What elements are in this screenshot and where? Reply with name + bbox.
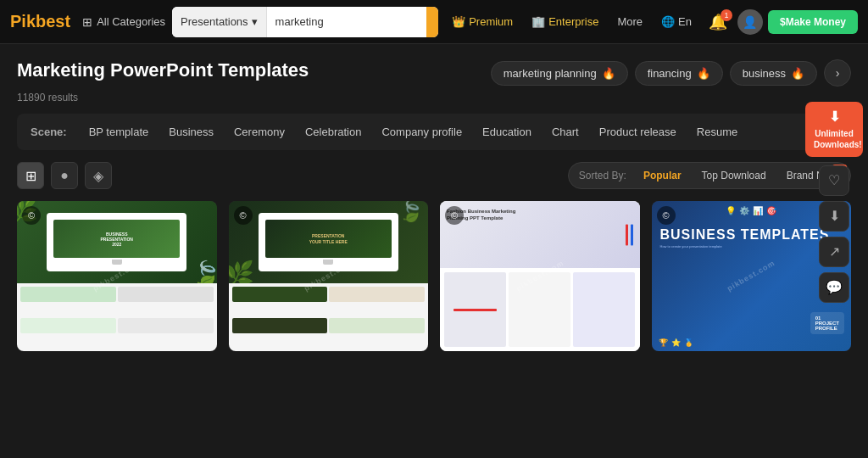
card-2-top: 🌿 🍃 PRESENTATIONYOUR TITLE HERE (229, 201, 429, 283)
scene-bar: Scene: BP template Business Ceremony Cel… (17, 114, 851, 150)
scene-item-ceremony[interactable]: Ceremony (224, 122, 295, 142)
card-2-title-text: PRESENTATIONYOUR TITLE HERE (309, 233, 348, 244)
make-money-button[interactable]: $Make Money (768, 10, 858, 34)
scene-label: Scene: (31, 126, 67, 138)
circle-icon: ● (60, 168, 69, 183)
skill-icon: 💡 (726, 206, 736, 215)
blue-bar (631, 224, 633, 245)
card-2[interactable]: 🌿 🍃 PRESENTATIONYOUR TITLE HERE (229, 201, 429, 351)
nav-items: 👑 Premium 🏢 Enterprise More 🌐 En 🔔 1 👤 $… (445, 9, 858, 35)
card-4-badge: 01PROJECTPROFILE (810, 312, 844, 334)
star-icon: ⭐ (671, 338, 681, 347)
scene-item-company-profile[interactable]: Company profile (371, 122, 472, 142)
slide-thumb (232, 318, 328, 333)
share-icon: ↗ (829, 243, 840, 260)
tag-label: business (743, 67, 786, 80)
scene-item-bp[interactable]: BP template (79, 122, 159, 142)
heart-icon: ♡ (828, 172, 840, 188)
notification-button[interactable]: 🔔 1 (704, 9, 732, 35)
slide-thumb (329, 318, 425, 333)
slide-thumb (118, 318, 214, 333)
page-title: Marketing PowerPoint Templates (17, 59, 309, 81)
card-1-stand (112, 260, 122, 265)
search-category-label: Presentations (181, 15, 248, 28)
unlimited-downloads-button[interactable]: ⬇ Unlimited Downloads! (805, 102, 863, 157)
chat-icon: 💬 (826, 279, 843, 295)
enterprise-icon: 🏢 (531, 15, 545, 28)
card-1-screen-text: BUSINESSPRESENTATION2022 (101, 232, 133, 247)
card-3-header: Fashion Business MarketingPlanning PPT T… (440, 201, 640, 268)
tag-chip-financing[interactable]: financing 🔥 (635, 61, 723, 86)
tag-chip-business[interactable]: business 🔥 (730, 61, 817, 86)
heart-action-button[interactable]: ♡ (819, 165, 849, 196)
cards-grid: 🌿 🍃 BUSINESSPRESENTATION2022 (17, 201, 851, 351)
main-content: Marketing PowerPoint Templates marketing… (0, 44, 868, 360)
enterprise-nav[interactable]: 🏢 Enterprise (525, 12, 605, 31)
scene-item-product-release[interactable]: Product release (589, 122, 687, 142)
logo-best: best (36, 12, 70, 31)
avatar-button[interactable]: 👤 (737, 9, 763, 35)
all-categories-btn[interactable]: ⊞ All Categories (82, 15, 165, 29)
premium-label: Premium (469, 15, 513, 28)
scene-item-celebration[interactable]: Celebration (295, 122, 372, 142)
leaf-icon-2: 🍃 (192, 260, 217, 283)
search-button[interactable]: 🔍 Search (426, 7, 439, 37)
copy-icon-2: © (234, 206, 253, 225)
lang-label: En (678, 15, 692, 28)
grid-view-button[interactable]: ⊞ (17, 162, 44, 189)
tropical-leaf-icon: 🌿 (229, 260, 254, 283)
circle-view-button[interactable]: ● (51, 162, 78, 189)
sort-popular[interactable]: Popular (635, 166, 690, 185)
sorted-by-label: Sorted By: (574, 170, 632, 182)
copy-icon-4: © (657, 206, 676, 225)
copy-icon-1: © (22, 206, 41, 225)
alt-view-button[interactable]: ◈ (85, 162, 112, 189)
slide-accent (453, 309, 497, 311)
download-action-button[interactable]: ⬇ (819, 201, 849, 232)
search-input[interactable] (267, 15, 426, 28)
slide-thumb (118, 287, 214, 302)
globe-icon: 🌐 (661, 15, 675, 28)
medal-icon: 🥇 (684, 338, 693, 347)
card-1-slides (17, 283, 217, 350)
more-nav[interactable]: More (610, 12, 649, 31)
scene-item-resume[interactable]: Resume (687, 122, 748, 142)
grid-icon: ⊞ (82, 15, 92, 29)
premium-nav[interactable]: 👑 Premium (445, 12, 520, 31)
card-1[interactable]: 🌿 🍃 BUSINESSPRESENTATION2022 (17, 201, 217, 351)
gear-sm-icon: ⚙️ (739, 206, 749, 215)
card-1-top: 🌿 🍃 BUSINESSPRESENTATION2022 (17, 201, 217, 283)
share-action-button[interactable]: ↗ (819, 237, 849, 267)
slide-cell (444, 272, 506, 346)
card-4-top-icons: 💡 ⚙️ 📊 🎯 (726, 206, 776, 215)
slide-cell (509, 272, 570, 346)
unlimited-line2: Downloads! (814, 140, 862, 149)
card-3-layout: Fashion Business MarketingPlanning PPT T… (440, 201, 640, 351)
tag-bar: marketing planning 🔥 financing 🔥 busines… (491, 59, 851, 87)
flame-icon-1: 🔥 (697, 67, 710, 80)
slide-cell (573, 272, 635, 346)
tropical-leaf-icon-2: 🍃 (398, 201, 424, 223)
scene-item-chart[interactable]: Chart (542, 122, 589, 142)
notification-badge: 1 (721, 9, 732, 21)
card-2-slides (229, 283, 429, 350)
card-3-accent-bars (626, 224, 633, 245)
lang-nav[interactable]: 🌐 En (654, 12, 698, 31)
more-label: More (617, 15, 643, 28)
sort-top-download[interactable]: Top Download (693, 166, 775, 185)
copy-icon-3: © (445, 206, 464, 225)
search-category-dropdown[interactable]: Presentations ▾ (172, 7, 267, 37)
card-2-preview: 🌿 🍃 PRESENTATIONYOUR TITLE HERE (229, 201, 429, 351)
card-3[interactable]: Fashion Business MarketingPlanning PPT T… (440, 201, 640, 351)
download-icon: ⬇ (814, 109, 854, 126)
tag-chip-marketing-planning[interactable]: marketing planning 🔥 (491, 61, 628, 86)
tag-next-button[interactable]: › (824, 59, 851, 87)
card-1-preview: 🌿 🍃 BUSINESSPRESENTATION2022 (17, 201, 217, 351)
grid-icon: ⊞ (25, 168, 36, 184)
scene-item-business[interactable]: Business (159, 122, 224, 142)
results-label: results (48, 92, 78, 103)
chat-action-button[interactable]: 💬 (819, 272, 849, 303)
scene-item-education[interactable]: Education (472, 122, 542, 142)
logo[interactable]: Pikbest (10, 12, 70, 31)
download-action-icon: ⬇ (829, 208, 840, 224)
